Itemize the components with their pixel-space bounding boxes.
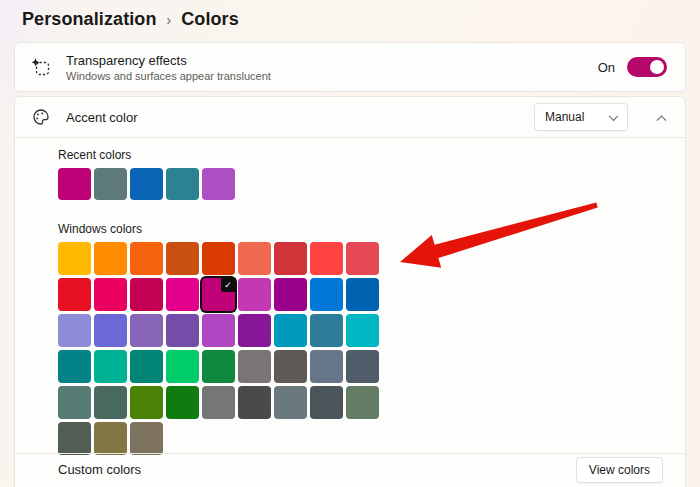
custom-colors-row: Custom colors View colors bbox=[15, 453, 685, 487]
windows-colors-label: Windows colors bbox=[58, 222, 685, 236]
color-swatch[interactable] bbox=[202, 168, 235, 200]
color-swatch[interactable] bbox=[94, 422, 127, 455]
accent-card-expander[interactable] bbox=[658, 114, 665, 121]
accent-color-card: Accent color Manual Recent colors Window… bbox=[14, 96, 686, 487]
breadcrumb-personalization[interactable]: Personalization bbox=[22, 9, 157, 30]
color-swatch[interactable] bbox=[310, 350, 343, 383]
color-swatch[interactable] bbox=[94, 386, 127, 419]
color-swatch[interactable] bbox=[346, 314, 379, 347]
color-swatch[interactable] bbox=[130, 350, 163, 383]
color-swatch[interactable] bbox=[130, 242, 163, 275]
breadcrumb: Personalization › Colors bbox=[22, 9, 239, 30]
color-swatch[interactable] bbox=[202, 386, 235, 419]
toggle-state-label: On bbox=[598, 60, 615, 75]
color-swatch[interactable] bbox=[238, 278, 271, 311]
color-swatch[interactable] bbox=[166, 278, 199, 311]
chevron-up-icon bbox=[657, 115, 667, 125]
palette-icon bbox=[31, 107, 51, 127]
color-swatch[interactable] bbox=[310, 278, 343, 311]
breadcrumb-separator-icon: › bbox=[167, 11, 172, 28]
settings-colors-page: Personalization › Colors Transparency ef… bbox=[0, 0, 700, 487]
color-swatch[interactable] bbox=[130, 386, 163, 419]
color-swatch[interactable] bbox=[94, 314, 127, 347]
accent-color-header: Accent color Manual bbox=[15, 97, 685, 138]
color-swatch[interactable] bbox=[166, 314, 199, 347]
color-swatch[interactable] bbox=[346, 350, 379, 383]
color-swatch[interactable] bbox=[58, 168, 91, 200]
color-swatch[interactable] bbox=[130, 422, 163, 455]
color-swatch[interactable] bbox=[166, 386, 199, 419]
color-swatch[interactable] bbox=[310, 314, 343, 347]
custom-colors-label: Custom colors bbox=[58, 462, 141, 477]
color-swatch[interactable] bbox=[238, 350, 271, 383]
color-swatch[interactable]: ✓ bbox=[202, 278, 235, 311]
color-swatch[interactable] bbox=[58, 242, 91, 275]
color-swatch[interactable] bbox=[166, 350, 199, 383]
chevron-down-icon bbox=[609, 111, 619, 121]
accent-mode-dropdown[interactable]: Manual bbox=[534, 103, 628, 131]
color-swatch[interactable] bbox=[274, 314, 307, 347]
color-swatch[interactable] bbox=[238, 242, 271, 275]
color-swatch[interactable] bbox=[274, 242, 307, 275]
color-swatch[interactable] bbox=[94, 242, 127, 275]
breadcrumb-colors: Colors bbox=[181, 9, 239, 30]
color-swatch[interactable] bbox=[310, 386, 343, 419]
color-swatch[interactable] bbox=[202, 314, 235, 347]
color-swatch[interactable] bbox=[58, 386, 91, 419]
color-swatch[interactable] bbox=[238, 314, 271, 347]
transparency-title: Transparency effects bbox=[66, 53, 271, 68]
color-swatch[interactable] bbox=[94, 168, 127, 200]
color-swatch[interactable] bbox=[58, 422, 91, 455]
transparency-effects-card: Transparency effects Windows and surface… bbox=[14, 42, 686, 92]
transparency-subtitle: Windows and surfaces appear translucent bbox=[66, 70, 271, 82]
color-swatch[interactable] bbox=[130, 314, 163, 347]
recent-colors-label: Recent colors bbox=[58, 148, 685, 162]
color-swatch[interactable] bbox=[238, 386, 271, 419]
accent-color-content: Recent colors Windows colors ✓ bbox=[15, 138, 685, 455]
color-swatch[interactable] bbox=[202, 350, 235, 383]
toggle-knob bbox=[650, 60, 664, 74]
windows-colors-grid: ✓ bbox=[58, 242, 379, 455]
color-swatch[interactable] bbox=[94, 350, 127, 383]
view-colors-button[interactable]: View colors bbox=[576, 457, 663, 483]
color-swatch[interactable] bbox=[274, 386, 307, 419]
recent-colors-row bbox=[58, 168, 685, 200]
color-swatch[interactable] bbox=[202, 242, 235, 275]
color-swatch[interactable] bbox=[346, 242, 379, 275]
color-swatch[interactable] bbox=[346, 386, 379, 419]
color-swatch[interactable] bbox=[310, 242, 343, 275]
color-swatch[interactable] bbox=[166, 242, 199, 275]
accent-color-title: Accent color bbox=[66, 110, 138, 125]
transparency-icon bbox=[31, 57, 51, 77]
color-swatch[interactable] bbox=[58, 314, 91, 347]
color-swatch[interactable] bbox=[274, 278, 307, 311]
color-swatch[interactable] bbox=[58, 278, 91, 311]
color-swatch[interactable] bbox=[130, 168, 163, 200]
color-swatch[interactable] bbox=[274, 350, 307, 383]
accent-mode-value: Manual bbox=[545, 110, 584, 124]
color-swatch[interactable] bbox=[130, 278, 163, 311]
selected-check-icon: ✓ bbox=[221, 278, 235, 292]
color-swatch[interactable] bbox=[58, 350, 91, 383]
color-swatch[interactable] bbox=[346, 278, 379, 311]
color-swatch[interactable] bbox=[94, 278, 127, 311]
color-swatch[interactable] bbox=[166, 168, 199, 200]
transparency-toggle[interactable] bbox=[627, 57, 667, 77]
